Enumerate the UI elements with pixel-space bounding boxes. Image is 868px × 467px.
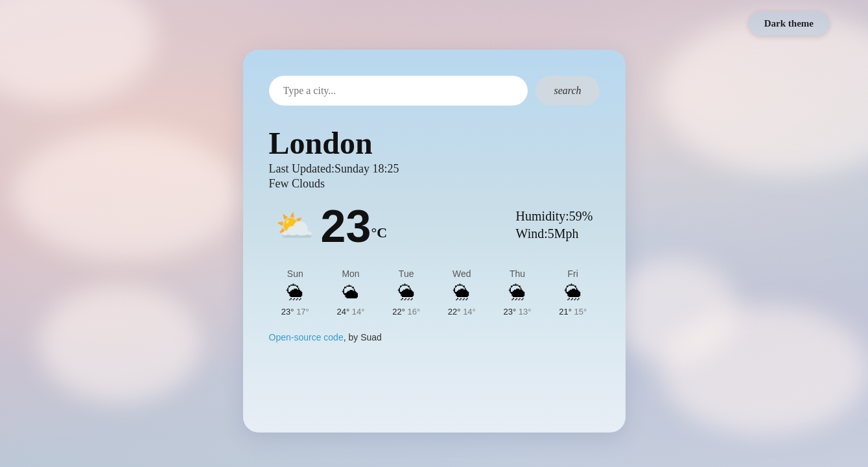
day-label: Sun bbox=[287, 269, 303, 279]
temp-high: 23° bbox=[281, 307, 296, 317]
day-icon: 🌥 bbox=[342, 283, 359, 303]
temperature-value: 23 bbox=[321, 201, 371, 252]
day-icon: 🌦 bbox=[287, 283, 303, 303]
day-icon: 🌦 bbox=[509, 283, 526, 303]
day-label: Fri bbox=[567, 269, 578, 279]
temp-low: 17° bbox=[296, 307, 309, 317]
forecast-day-fri: Fri🌦21° 15° bbox=[546, 269, 600, 317]
temp-low: 15° bbox=[574, 307, 587, 317]
temp-low: 16° bbox=[407, 307, 420, 317]
search-row: search bbox=[269, 76, 600, 106]
temp-low: 14° bbox=[352, 307, 365, 317]
weather-stats: Humidity:59% Wind:5Mph bbox=[516, 209, 593, 244]
day-label: Tue bbox=[399, 269, 414, 279]
day-temps: 24° 14° bbox=[337, 307, 365, 317]
forecast-day-sun: Sun🌦23° 17° bbox=[269, 269, 322, 317]
forecast-day-tue: Tue🌦22° 16° bbox=[380, 269, 433, 317]
dark-theme-button[interactable]: Dark theme bbox=[749, 12, 829, 36]
weather-description: Few Clouds bbox=[269, 177, 600, 191]
footer-text: , by Suad bbox=[344, 332, 382, 342]
search-button[interactable]: search bbox=[535, 76, 599, 106]
temperature-unit: °C bbox=[371, 224, 387, 241]
forecast-day-wed: Wed🌦22° 14° bbox=[435, 269, 488, 317]
forecast-day-mon: Mon🌥24° 14° bbox=[324, 269, 377, 317]
day-temps: 22° 14° bbox=[448, 307, 476, 317]
cloud-blob-3 bbox=[13, 130, 240, 259]
temp-high: 23° bbox=[504, 307, 519, 317]
temp-high: 24° bbox=[337, 307, 352, 317]
temp-low: 13° bbox=[519, 307, 532, 317]
open-source-link[interactable]: Open-source code bbox=[269, 332, 344, 342]
weather-card: search London Last Updated:Sunday 18:25 … bbox=[243, 50, 626, 433]
day-temps: 22° 16° bbox=[392, 307, 420, 317]
last-updated: Last Updated:Sunday 18:25 bbox=[269, 162, 600, 176]
cloud-blob-4 bbox=[39, 285, 201, 402]
day-label: Wed bbox=[452, 269, 471, 279]
main-weather-icon: ⛅ bbox=[276, 211, 314, 242]
day-label: Mon bbox=[342, 269, 359, 279]
cloud-blob-6 bbox=[609, 259, 738, 363]
city-name: London bbox=[269, 125, 600, 161]
day-temps: 23° 13° bbox=[504, 307, 532, 317]
day-icon: 🌦 bbox=[453, 283, 470, 303]
temp-low: 14° bbox=[463, 307, 476, 317]
day-temps: 21° 15° bbox=[559, 307, 587, 317]
forecast-row: Sun🌦23° 17°Mon🌥24° 14°Tue🌦22° 16°Wed🌦22°… bbox=[269, 269, 600, 317]
humidity-label: Humidity:59% bbox=[516, 209, 593, 224]
temperature-section: ⛅ 23°C bbox=[276, 204, 388, 249]
footer: Open-source code, by Suad bbox=[269, 332, 600, 342]
temp-high: 22° bbox=[448, 307, 463, 317]
temp-high: 21° bbox=[559, 307, 574, 317]
day-label: Thu bbox=[510, 269, 525, 279]
day-temps: 23° 17° bbox=[281, 307, 309, 317]
main-weather-section: ⛅ 23°C Humidity:59% Wind:5Mph bbox=[269, 204, 600, 249]
city-input[interactable] bbox=[269, 76, 528, 106]
wind-label: Wind:5Mph bbox=[516, 226, 593, 241]
forecast-day-thu: Thu🌦23° 13° bbox=[491, 269, 544, 317]
temp-high: 22° bbox=[392, 307, 407, 317]
day-icon: 🌦 bbox=[565, 283, 581, 303]
day-icon: 🌦 bbox=[398, 283, 415, 303]
